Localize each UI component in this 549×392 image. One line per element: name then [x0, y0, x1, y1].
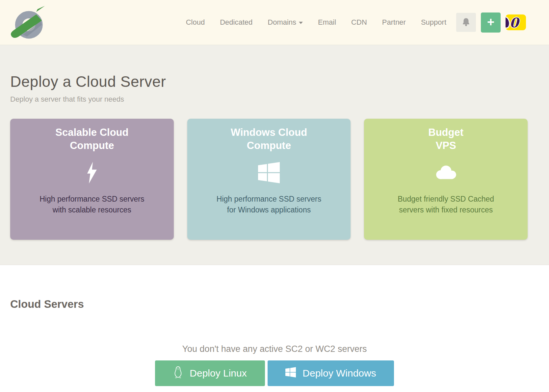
card-title-line: Scalable Cloud	[10, 126, 174, 139]
deploy-windows-button[interactable]: Deploy Windows	[268, 360, 394, 386]
card-title: Windows Cloud Compute	[187, 126, 351, 152]
card-description-line: Budget friendly SSD Cached	[364, 194, 528, 205]
nav-link-dedicated[interactable]: Dedicated	[220, 18, 252, 27]
windows-icon	[187, 161, 351, 184]
top-navbar: Cloud Dedicated Domains Email CDN Partne…	[0, 0, 549, 45]
card-title-line: Compute	[187, 139, 351, 152]
deploy-linux-label: Deploy Linux	[190, 368, 247, 379]
card-title: Budget VPS	[364, 126, 528, 152]
card-description-line: with scalable resources	[10, 205, 174, 215]
avatar-text: 0	[510, 15, 519, 30]
card-description: High performance SSD servers for Windows…	[187, 194, 351, 215]
card-scalable-cloud-compute[interactable]: Scalable Cloud Compute High performance …	[10, 119, 174, 240]
page: Cloud Dedicated Domains Email CDN Partne…	[0, 0, 549, 392]
add-service-button[interactable]: +	[481, 12, 501, 33]
page-title: Deploy a Cloud Server	[10, 73, 528, 90]
windows-icon	[285, 367, 296, 380]
bell-icon	[461, 17, 471, 28]
nav-link-domains[interactable]: Domains	[268, 18, 303, 27]
nav-controls: + 0	[456, 12, 526, 33]
card-description-line: High performance SSD servers	[187, 194, 351, 205]
card-description: Budget friendly SSD Cached servers with …	[364, 194, 528, 215]
deploy-linux-button[interactable]: Deploy Linux	[155, 360, 265, 386]
nav-link-domains-label: Domains	[268, 18, 296, 27]
notifications-button[interactable]	[456, 13, 476, 32]
deploy-hero-section: Deploy a Cloud Server Deploy a server th…	[0, 45, 549, 265]
card-description-line: servers with fixed resources	[364, 205, 528, 215]
cloud-icon	[364, 161, 528, 184]
card-title-line: VPS	[364, 139, 528, 152]
nav-link-cloud[interactable]: Cloud	[186, 18, 205, 27]
nav-link-partner[interactable]: Partner	[382, 18, 406, 27]
nav-link-email[interactable]: Email	[318, 18, 336, 27]
empty-state: You don't have any active SC2 or WC2 ser…	[0, 344, 549, 386]
card-title-line: Windows Cloud	[187, 126, 351, 139]
card-description-line: High performance SSD servers	[10, 194, 174, 205]
linux-penguin-icon	[173, 366, 183, 381]
empty-state-message: You don't have any active SC2 or WC2 ser…	[0, 344, 549, 354]
cloud-servers-section: Cloud Servers You don't have any active …	[0, 265, 549, 392]
company-logo[interactable]	[10, 3, 46, 42]
server-type-cards: Scalable Cloud Compute High performance …	[10, 119, 528, 240]
user-avatar[interactable]: 0	[506, 14, 526, 30]
deploy-windows-label: Deploy Windows	[302, 368, 376, 379]
section-title-cloud-servers: Cloud Servers	[10, 298, 549, 310]
card-title-line: Compute	[10, 139, 174, 152]
card-budget-vps[interactable]: Budget VPS Budget friendly SSD Cache	[364, 119, 528, 240]
card-description: High performance SSD servers with scalab…	[10, 194, 174, 215]
card-title: Scalable Cloud Compute	[10, 126, 174, 152]
card-windows-cloud-compute[interactable]: Windows Cloud Compute High performan	[187, 119, 351, 240]
logo-icon	[10, 3, 46, 42]
card-title-line: Budget	[364, 126, 528, 139]
card-description-line: for Windows applications	[187, 205, 351, 215]
nav-link-support[interactable]: Support	[421, 18, 446, 27]
deploy-buttons-row: Deploy Linux Deploy Windo	[0, 360, 549, 386]
chevron-down-icon	[299, 22, 303, 24]
page-subtitle: Deploy a server that fits your needs	[10, 95, 528, 104]
nav-link-cdn[interactable]: CDN	[351, 18, 367, 27]
main-nav: Cloud Dedicated Domains Email CDN Partne…	[186, 18, 446, 27]
lightning-bolt-icon	[10, 161, 174, 184]
